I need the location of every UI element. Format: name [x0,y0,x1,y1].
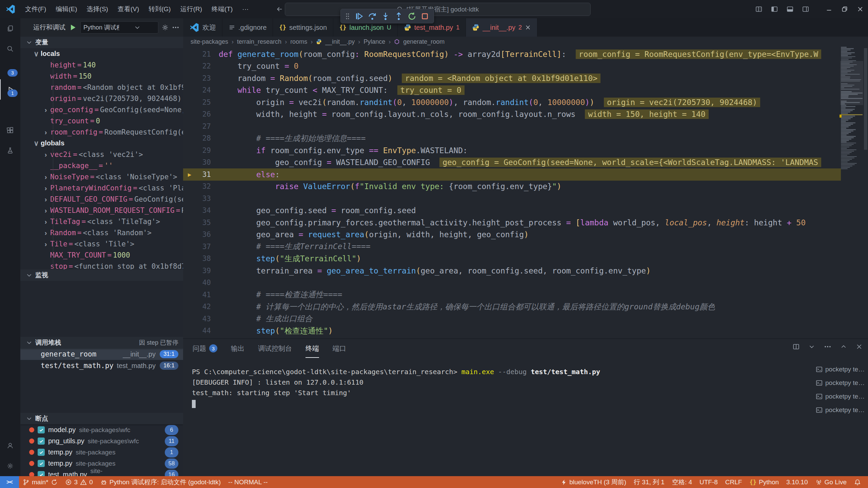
code-line[interactable]: ▶31 else: [183,168,841,181]
breakpoint-checkbox[interactable] [38,426,45,433]
toggle-secondary-sidebar-icon[interactable] [802,6,809,13]
minimap-slider[interactable] [840,61,864,105]
code-line[interactable]: 43 # 生成出口组合 [183,313,841,325]
statusbar-item[interactable]: CRLF [722,476,746,488]
code-line[interactable]: 40 [183,277,841,289]
tab-close-icon[interactable] [525,24,531,31]
statusbar-item[interactable]: {}Python [746,476,783,488]
restart-button[interactable] [408,12,416,21]
callstack-frame[interactable]: generate_room__init__.py31:1 [20,348,183,360]
menu-运行(R)[interactable]: 运行(R) [176,0,207,18]
variable-row[interactable]: ›NoiseType=<class 'NoiseType'> [20,171,183,182]
statusbar-item[interactable]: Go Live [812,476,850,488]
variable-row[interactable]: ›WASTELAND_ROOM_REQUEST_CONFIG=RoomR… [20,205,183,216]
breakpoint-row[interactable]: model.pysite-packages\wfc6 [20,424,183,435]
menu-···[interactable]: ··· [237,0,253,18]
debug-settings-gear-icon[interactable] [162,24,169,31]
activitybar-search-icon[interactable] [0,39,20,59]
variable-row[interactable]: ›room_config=RoomRequestConfig(env_t… [20,126,183,138]
close-window-button[interactable] [852,0,868,18]
variable-row[interactable]: stop=<function stop at 0x1bf8d716d… [20,261,183,269]
breakpoint-checkbox[interactable] [38,460,45,467]
statusbar-item[interactable]: 3.10.10 [783,476,811,488]
activitybar-files-icon[interactable] [0,18,20,39]
editor-scrollbar[interactable] [863,47,868,339]
code-line[interactable]: 24 while try_count < MAX_TRY_COUNT:try_c… [183,84,841,97]
code-line[interactable]: 37 # ====生成TerrainCell==== [183,241,841,253]
variable-row[interactable]: random=<Random object at 0x1bf9d01e… [20,82,183,93]
code-line[interactable]: 22 try_count = 0 [183,60,841,73]
activitybar-beaker-icon[interactable] [0,140,20,161]
variable-row[interactable]: ›PlanetaryWindConfig=<class 'Planeta… [20,182,183,194]
code-line[interactable]: 39 terrain_area = geo_area_to_terrain(ge… [183,265,841,277]
variable-row[interactable]: height=140 [20,59,183,70]
code-line[interactable]: 26 width, height = room_config.layout.n_… [183,108,841,121]
activitybar-source-control-icon[interactable]: 3 [0,59,20,79]
code-line[interactable]: 36 geo_area = request_area(origin, width… [183,229,841,241]
statusbar-item[interactable]: Python 调试程序: 启动文件 (godot-ldtk) [97,476,224,488]
panel-tab-调试控制台[interactable]: 调试控制台 [258,339,292,358]
breadcrumb[interactable]: site-packages›terrain_research›rooms›__i… [183,37,868,47]
close-panel-icon[interactable] [856,343,863,350]
statusbar-item[interactable]: -- NORMAL -- [224,476,271,488]
drag-handle-icon[interactable] [345,13,350,20]
terminal-instance-item[interactable]: pocketpy te… [814,363,868,376]
variable-row[interactable]: __package__='' [20,160,183,171]
code-line[interactable]: 34 geo_config.seed = room_config.seed [183,205,841,217]
variable-row[interactable]: try_count=0 [20,115,183,126]
step-into-button[interactable] [381,12,390,21]
statusbar-item[interactable]: UTF-8 [696,476,722,488]
code-line[interactable]: 32 raise ValueError(f"Invalid env type: … [183,181,841,193]
breakpoint-checkbox[interactable] [38,471,45,476]
panel-tab-问题[interactable]: 问题3 [193,339,217,358]
activitybar-remote-explorer-icon[interactable] [0,100,20,120]
variable-row[interactable]: ›Tile=<class 'Tile'> [20,238,183,249]
scope-row[interactable]: ∨locals [20,48,183,59]
breakpoint-row[interactable]: temp.pysite-packages1 [20,447,183,458]
breakpoint-row[interactable]: test_math.pysite-packages\terrain_res…16 [20,469,183,476]
variable-row[interactable]: ›geo_config=GeoConfig(seed=None, wor… [20,104,183,115]
callstack-section-header[interactable]: 调用堆栈 因 step 已暂停 [20,337,183,348]
menu-转到(G)[interactable]: 转到(G) [144,0,175,18]
toggle-sidebar-icon[interactable] [771,6,778,13]
statusbar-item[interactable]: 30 [61,476,97,488]
terminal-instance-item[interactable]: pocketpy te… [814,376,868,390]
code-line[interactable]: 42 # 计算每一个出口的中心，然后使用astar生成路径，确保每一个出口组合都… [183,301,841,313]
variable-row[interactable]: ›TileTag=<class 'TileTag'> [20,216,183,227]
variable-row[interactable]: ›vec2i=<class 'vec2i'> [20,149,183,160]
variable-row[interactable]: origin=vec2i(7205730, 9024468) [20,93,183,104]
code-line[interactable]: 27 [183,120,841,133]
minimap[interactable] [841,47,863,339]
panel-tab-端口[interactable]: 端口 [333,339,346,358]
tab-settings.json[interactable]: {}settings.json [273,18,333,37]
start-debug-button[interactable] [69,23,77,32]
activitybar-extensions-icon[interactable] [0,120,20,140]
variables-section-header[interactable]: 变量 [20,37,183,48]
code-line[interactable]: 23 random = Random(room_config.seed)rand… [183,72,841,84]
breadcrumb-item[interactable]: rooms [290,38,307,45]
code-line[interactable]: 33 [183,192,841,205]
statusbar-item[interactable] [850,476,865,488]
breadcrumb-item[interactable]: Pylance [363,38,385,45]
breadcrumb-item[interactable]: __init__.py [325,38,355,45]
launch-profile-chevron-icon[interactable] [808,343,815,350]
code-line[interactable]: 28 # ====生成初始地理信息==== [183,133,841,145]
tab-__init__.py[interactable]: __init__.py2 [466,18,537,37]
panel-more-actions-icon[interactable] [824,343,831,350]
statusbar-item[interactable]: blueloveTH (3 周前) [557,476,630,488]
terminal-instance-item[interactable]: pocketpy te… [814,403,868,417]
terminal-instance-item[interactable]: pocketpy te… [814,390,868,403]
code-line[interactable]: 44 step("检查连通性") [183,325,841,337]
terminal-output[interactable]: PS C:\computer_science\godot-ldtk\site-p… [183,358,814,476]
scope-row[interactable]: ∨globals [20,138,183,149]
tab-欢迎[interactable]: 欢迎 [183,18,222,37]
code-line[interactable]: 21def generate_room(room_config: RoomReq… [183,48,841,60]
code-line[interactable]: 38 step("生成TerrainCell") [183,253,841,265]
activitybar-account-icon[interactable] [0,435,20,456]
more-actions-icon[interactable] [172,24,179,31]
menu-选择(S)[interactable]: 选择(S) [82,0,113,18]
menu-编辑(E)[interactable]: 编辑(E) [51,0,82,18]
menu-终端(T)[interactable]: 终端(T) [207,0,237,18]
restore-button[interactable] [837,0,852,18]
remote-indicator[interactable]: >< [0,476,19,488]
